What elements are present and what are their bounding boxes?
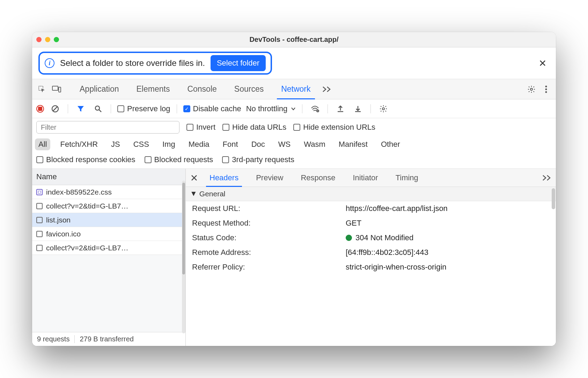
- type-doc[interactable]: Doc: [248, 138, 269, 150]
- inspect-icon[interactable]: [36, 83, 48, 96]
- more-tabs-icon[interactable]: [321, 83, 333, 96]
- network-conditions-icon[interactable]: [309, 103, 321, 115]
- main-tabs: Application Elements Console Sources Net…: [32, 79, 556, 99]
- filter-row: Invert Hide data URLs Hide extension URL…: [32, 118, 556, 136]
- import-har-icon[interactable]: [352, 103, 364, 115]
- kebab-menu-icon[interactable]: [540, 83, 552, 96]
- blocked-requests-checkbox[interactable]: Blocked requests: [145, 155, 213, 164]
- type-font[interactable]: Font: [219, 138, 242, 150]
- chevron-down-icon: [291, 107, 296, 111]
- request-list: Name index-b859522e.css collect?v=2&tid=…: [32, 169, 186, 346]
- request-name: collect?v=2&tid=G-LB7…: [46, 202, 128, 210]
- record-button[interactable]: [36, 105, 44, 113]
- section-title: General: [199, 190, 226, 198]
- detail-tab-preview[interactable]: Preview: [248, 169, 291, 187]
- select-folder-button[interactable]: Select folder: [211, 55, 266, 71]
- status-dot-icon: [346, 235, 352, 241]
- document-icon: [36, 217, 43, 223]
- clear-icon[interactable]: [49, 103, 61, 115]
- general-section-header[interactable]: ▼General: [186, 187, 556, 201]
- request-row[interactable]: collect?v=2&tid=G-LB7…: [32, 241, 185, 255]
- blocked-cookies-checkbox[interactable]: Blocked response cookies: [36, 155, 135, 164]
- referrer-policy-key: Referrer Policy:: [192, 263, 332, 272]
- request-name: index-b859522e.css: [46, 188, 112, 196]
- throttling-select[interactable]: No throttling: [246, 104, 296, 113]
- request-details: Headers Preview Response Initiator Timin…: [186, 169, 556, 346]
- settings-gear-icon[interactable]: [525, 83, 538, 96]
- invert-label: Invert: [196, 123, 215, 132]
- network-status-bar: 9 requests 279 B transferred: [32, 332, 185, 346]
- third-party-checkbox[interactable]: 3rd-party requests: [222, 155, 294, 164]
- export-har-icon[interactable]: [334, 103, 347, 115]
- request-url-key: Request URL:: [192, 204, 332, 213]
- svg-point-5: [545, 88, 547, 90]
- request-row[interactable]: collect?v=2&tid=G-LB7…: [32, 199, 185, 213]
- close-details-button[interactable]: [189, 172, 200, 183]
- type-all[interactable]: All: [35, 138, 50, 150]
- filter-input[interactable]: [36, 121, 179, 134]
- request-method-key: Request Method:: [192, 219, 332, 228]
- status-code-text: 304 Not Modified: [355, 233, 413, 242]
- type-fetch[interactable]: Fetch/XHR: [57, 138, 101, 150]
- filter-funnel-icon[interactable]: [74, 103, 87, 115]
- type-manifest[interactable]: Manifest: [335, 138, 371, 150]
- disable-cache-label: Disable cache: [193, 104, 241, 113]
- info-text: Select a folder to store override files …: [60, 58, 205, 68]
- window-title: DevTools - coffee-cart.app/: [32, 36, 556, 44]
- svg-point-8: [95, 106, 100, 110]
- svg-point-6: [545, 91, 547, 93]
- device-toggle-icon[interactable]: [50, 83, 63, 96]
- document-icon: [36, 231, 43, 237]
- detail-tab-timing[interactable]: Timing: [388, 169, 426, 187]
- tab-sources[interactable]: Sources: [227, 79, 271, 99]
- dismiss-infobar-button[interactable]: [536, 58, 550, 68]
- details-scrollbar[interactable]: [552, 188, 555, 209]
- detail-tab-headers[interactable]: Headers: [202, 169, 246, 187]
- status-code-key: Status Code:: [192, 233, 332, 242]
- tab-network[interactable]: Network: [273, 79, 318, 99]
- referrer-policy-value: strict-origin-when-cross-origin: [346, 263, 550, 272]
- request-row[interactable]: index-b859522e.css: [32, 185, 185, 199]
- svg-point-4: [545, 85, 547, 87]
- request-name: collect?v=2&tid=G-LB7…: [46, 244, 128, 252]
- override-info-bar: i Select a folder to store override file…: [32, 47, 556, 79]
- detail-tab-response[interactable]: Response: [293, 169, 343, 187]
- disable-cache-checkbox[interactable]: ✓Disable cache: [183, 104, 241, 113]
- tab-application[interactable]: Application: [72, 79, 127, 99]
- kv-row: Status Code:304 Not Modified: [186, 230, 556, 245]
- network-toolbar: Preserve log ✓Disable cache No throttlin…: [32, 99, 556, 118]
- tab-elements[interactable]: Elements: [129, 79, 178, 99]
- request-list-scroll[interactable]: index-b859522e.css collect?v=2&tid=G-LB7…: [32, 185, 185, 255]
- preserve-log-checkbox[interactable]: Preserve log: [117, 104, 170, 113]
- more-detail-tabs-icon[interactable]: [541, 172, 553, 184]
- network-split-view: Name index-b859522e.css collect?v=2&tid=…: [32, 169, 556, 346]
- collapse-triangle-icon: ▼: [190, 189, 197, 198]
- request-list-header[interactable]: Name: [32, 169, 185, 185]
- type-css[interactable]: CSS: [130, 138, 153, 150]
- type-js[interactable]: JS: [108, 138, 124, 150]
- request-row[interactable]: list.json: [32, 213, 185, 227]
- blocked-cookies-label: Blocked response cookies: [46, 155, 135, 164]
- tab-console[interactable]: Console: [179, 79, 224, 99]
- type-wasm[interactable]: Wasm: [300, 138, 329, 150]
- request-row[interactable]: favicon.ico: [32, 227, 185, 241]
- type-img[interactable]: Img: [159, 138, 179, 150]
- scrollbar[interactable]: [182, 181, 185, 333]
- document-icon: [36, 245, 43, 251]
- blocked-requests-label: Blocked requests: [154, 155, 213, 164]
- type-media[interactable]: Media: [185, 138, 213, 150]
- preserve-log-label: Preserve log: [127, 104, 170, 113]
- request-name: list.json: [46, 216, 71, 224]
- type-ws[interactable]: WS: [275, 138, 294, 150]
- type-other[interactable]: Other: [377, 138, 404, 150]
- hide-ext-label: Hide extension URLs: [303, 123, 375, 132]
- search-icon[interactable]: [92, 103, 104, 115]
- info-icon: i: [45, 58, 54, 68]
- hide-data-urls-checkbox[interactable]: Hide data URLs: [222, 123, 286, 132]
- kv-row: Referrer Policy:strict-origin-when-cross…: [186, 260, 556, 274]
- detail-tab-initiator[interactable]: Initiator: [345, 169, 385, 187]
- hide-extension-urls-checkbox[interactable]: Hide extension URLs: [293, 123, 375, 132]
- network-settings-gear-icon[interactable]: [377, 103, 390, 115]
- request-name: favicon.ico: [46, 230, 81, 238]
- invert-checkbox[interactable]: Invert: [186, 123, 215, 132]
